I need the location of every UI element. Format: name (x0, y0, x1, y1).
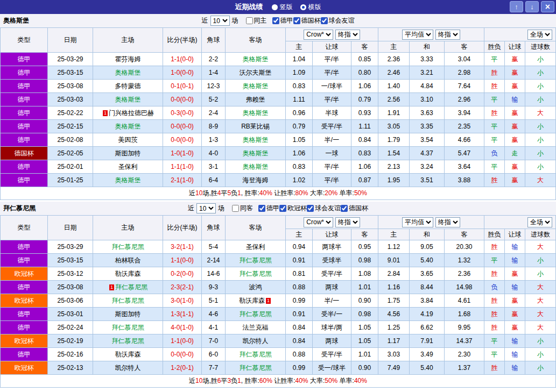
home-team-cell[interactable]: 柏林联合 (93, 254, 163, 267)
checkbox-input[interactable] (341, 205, 348, 212)
score-cell[interactable]: 0-0(0-0) (163, 93, 202, 106)
team-link[interactable]: 奥格斯堡 (115, 96, 141, 103)
away-team-cell[interactable]: 拜仁慕尼黑 (226, 348, 286, 361)
away-team-cell[interactable]: 法兰克福 (226, 321, 286, 334)
team-link[interactable]: 凯尔特人 (115, 364, 141, 372)
away-team-cell[interactable]: RB莱比锡 (226, 120, 286, 133)
home-team-cell[interactable]: 1门兴格拉德巴赫 (93, 106, 163, 120)
team-link[interactable]: 拜仁慕尼黑 (112, 297, 144, 304)
avg-stage-select[interactable]: 终指 (435, 30, 460, 40)
away-team-cell[interactable]: 奥格斯堡 (226, 133, 286, 147)
score-cell[interactable]: 2-3(2-1) (163, 281, 202, 294)
score-cell[interactable]: 1-1(0-0) (163, 254, 202, 267)
team-link[interactable]: 法兰克福 (243, 324, 269, 331)
team-link[interactable]: 拜仁慕尼黑 (112, 324, 144, 331)
vertical-layout-radio[interactable]: 竖版 (272, 3, 293, 12)
score-cell[interactable]: 3-0(1-0) (163, 294, 202, 308)
scroll-up-button[interactable]: ↑ (510, 1, 523, 12)
score-cell[interactable]: 0-1(0-1) (163, 80, 202, 93)
home-team-cell[interactable]: 勒沃库森 (93, 348, 163, 361)
away-team-cell[interactable]: 拜仁慕尼黑 (226, 361, 286, 375)
checkbox-input[interactable] (293, 17, 300, 24)
team-link[interactable]: 拜仁慕尼黑 (240, 270, 272, 277)
team-link[interactable]: 奥格斯堡 (243, 163, 269, 170)
home-team-cell[interactable]: 斯图加特 (93, 308, 163, 321)
checkbox-input[interactable] (246, 17, 253, 24)
average-select[interactable]: 平均值 (402, 30, 433, 40)
home-team-cell[interactable]: 圣保利 (93, 160, 163, 174)
filter-checkbox-同主[interactable]: 同主 (246, 16, 267, 25)
team-link[interactable]: 拜仁慕尼黑 (240, 256, 272, 264)
home-team-cell[interactable]: 斯图加特 (93, 147, 163, 160)
team-link[interactable]: 奥格斯堡 (243, 55, 269, 63)
score-cell[interactable]: 1-1(0-0) (163, 334, 202, 348)
checkbox-input[interactable] (272, 17, 279, 24)
home-team-cell[interactable]: 霍芬海姆 (93, 53, 163, 66)
score-cell[interactable]: 0-2(0-0) (163, 267, 202, 281)
home-team-cell[interactable]: 奥格斯堡 (93, 174, 163, 187)
team-link[interactable]: 勒沃库森 (115, 270, 141, 277)
team-link[interactable]: 勒沃库森 (115, 351, 141, 358)
checkbox-input[interactable] (258, 205, 265, 212)
team-link[interactable]: 奥格斯堡 (243, 149, 269, 157)
away-team-cell[interactable]: 奥格斯堡 (226, 106, 286, 120)
team-link[interactable]: 霍芬海姆 (115, 55, 141, 63)
away-team-cell[interactable]: 波鸿 (226, 281, 286, 294)
home-team-cell[interactable]: 奥格斯堡 (93, 120, 163, 133)
checkbox-input[interactable] (307, 205, 314, 212)
score-cell[interactable]: 0-0(0-0) (163, 133, 202, 147)
home-team-cell[interactable]: 多特蒙德 (93, 80, 163, 93)
score-cell[interactable]: 1-0(1-0) (163, 147, 202, 160)
team-link[interactable]: 奥格斯堡 (115, 69, 141, 76)
away-team-cell[interactable]: 奥格斯堡 (226, 80, 286, 93)
score-cell[interactable]: 0-3(0-0) (163, 106, 202, 120)
away-team-cell[interactable]: 拜仁慕尼黑 (226, 267, 286, 281)
team-link[interactable]: 拜仁慕尼黑 (240, 351, 272, 358)
away-team-cell[interactable]: 圣保利 (226, 240, 286, 254)
average-select[interactable]: 平均值 (402, 217, 433, 227)
score-cell[interactable]: 1-3(1-1) (163, 308, 202, 321)
home-team-cell[interactable]: 勒沃库森 (93, 267, 163, 281)
home-team-cell[interactable]: 奥格斯堡 (93, 66, 163, 80)
team-link[interactable]: 奥格斯堡 (243, 136, 269, 144)
team-link[interactable]: 圣保利 (246, 243, 265, 251)
team-link[interactable]: 奥格斯堡 (115, 176, 141, 184)
odds-stage-select[interactable]: 终指 (335, 217, 360, 227)
team-link[interactable]: 拜仁慕尼黑 (240, 310, 272, 318)
horizontal-layout-radio[interactable]: 横版 (300, 3, 321, 12)
away-team-cell[interactable]: 拜仁慕尼黑 (226, 254, 286, 267)
score-cell[interactable]: 4-0(1-0) (163, 321, 202, 334)
team-link[interactable]: 多特蒙德 (115, 82, 141, 90)
home-team-cell[interactable]: 美因茨 (93, 133, 163, 147)
filter-checkbox-欧冠杯[interactable]: 欧冠杯 (279, 204, 307, 213)
odds-stage-select[interactable]: 终指 (335, 30, 360, 40)
team-link[interactable]: 美因茨 (118, 136, 138, 144)
score-cell[interactable]: 1-0(0-0) (163, 66, 202, 80)
score-cell[interactable]: 0-0(0-0) (163, 348, 202, 361)
team-link[interactable]: 弗赖堡 (246, 96, 265, 103)
home-team-cell[interactable]: 拜仁慕尼黑 (93, 334, 163, 348)
filter-checkbox-同客[interactable]: 同客 (232, 204, 253, 213)
team-link[interactable]: 奥格斯堡 (243, 109, 269, 117)
team-link[interactable]: 奥格斯堡 (243, 82, 269, 90)
team-link[interactable]: 波鸿 (249, 283, 262, 291)
team-link[interactable]: 门兴格拉德巴赫 (109, 109, 154, 117)
team-link[interactable]: 柏林联合 (115, 256, 141, 264)
away-team-cell[interactable]: 弗赖堡 (226, 93, 286, 106)
team-link[interactable]: RB莱比锡 (241, 123, 270, 130)
team-link[interactable]: 斯图加特 (115, 149, 141, 157)
avg-stage-select[interactable]: 终指 (435, 217, 460, 227)
team-link[interactable]: 拜仁慕尼黑 (112, 243, 144, 251)
score-cell[interactable]: 1-1(0-0) (163, 53, 202, 66)
score-cell[interactable]: 1-2(0-1) (163, 361, 202, 375)
filter-checkbox-德国杯[interactable]: 德国杯 (341, 204, 368, 213)
score-cell[interactable]: 2-1(1-0) (163, 174, 202, 187)
checkbox-input[interactable] (279, 205, 286, 212)
filter-checkbox-球会友谊[interactable]: 球会友谊 (307, 204, 341, 213)
away-team-cell[interactable]: 凯尔特人 (226, 334, 286, 348)
team-link[interactable]: 奥格斯堡 (115, 123, 141, 130)
recent-count-select[interactable]: 10 (196, 203, 216, 213)
bookmaker-select[interactable]: Crow* (304, 217, 333, 227)
away-team-cell[interactable]: 勒沃库森1 (226, 294, 286, 308)
away-team-cell[interactable]: 拜仁慕尼黑 (226, 308, 286, 321)
